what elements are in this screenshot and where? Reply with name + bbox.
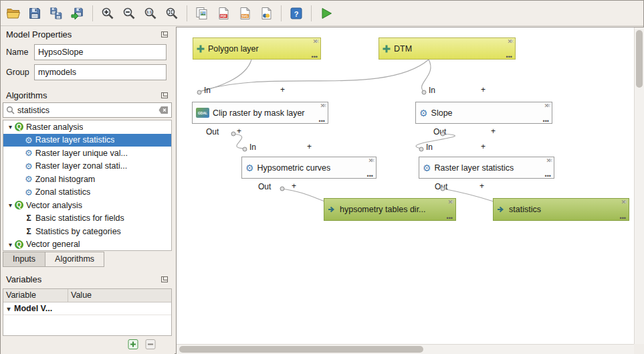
expand-port-icon[interactable]: + (237, 126, 241, 136)
node-slope[interactable]: ⚙Slope✕••• (415, 102, 552, 124)
expander-icon[interactable]: ▾ (3, 305, 14, 313)
horizontal-scrollbar-thumb[interactable] (179, 346, 423, 353)
tree-item[interactable]: ▾QVector general (3, 238, 171, 252)
expander-icon[interactable]: ▾ (6, 241, 15, 248)
tab-algorithms[interactable]: Algorithms (45, 252, 104, 267)
tree-item-label: Statistics by categories (35, 227, 121, 236)
tree-item[interactable]: ⚙Raster layer statistics (3, 134, 171, 147)
node-dtm[interactable]: DTM✕••• (379, 37, 516, 60)
toolbar-separator (281, 5, 282, 21)
expand-node-icon[interactable]: ••• (447, 215, 453, 222)
float-panel-icon[interactable] (161, 92, 168, 98)
socket-dot[interactable] (441, 132, 445, 137)
canvas-content: Polygon layer✕•••DTM✕•••GDALClip raster … (177, 27, 634, 344)
socket-dot[interactable] (419, 147, 424, 152)
vertical-scrollbar[interactable] (634, 27, 644, 344)
horizontal-scrollbar[interactable] (177, 344, 634, 354)
remove-node-icon[interactable]: ✕ (546, 157, 551, 164)
socket-dot[interactable] (280, 187, 285, 191)
vertical-scrollbar-thumb[interactable] (636, 30, 643, 88)
sigma-icon: Σ (25, 213, 33, 223)
zoom-full-button[interactable] (162, 3, 182, 23)
variables-col-value[interactable]: Value (68, 289, 94, 302)
model-name-input[interactable] (34, 44, 167, 60)
open-model-button[interactable] (3, 3, 23, 23)
expand-port-icon[interactable]: + (280, 85, 285, 94)
svg-text:PDF: PDF (221, 14, 227, 17)
variables-buttons (126, 339, 157, 350)
expand-port-icon[interactable]: + (292, 181, 296, 191)
zoom-out-button[interactable] (119, 3, 139, 23)
export-pdf-button[interactable]: PDF (213, 3, 233, 23)
save-model-in-project-button[interactable] (68, 3, 88, 23)
remove-node-icon[interactable]: ✕ (368, 157, 373, 164)
remove-node-icon[interactable]: ✕ (320, 102, 325, 109)
socket-dot[interactable] (422, 90, 427, 95)
remove-node-icon[interactable]: ✕ (621, 199, 626, 205)
zoom-out-icon (122, 6, 136, 21)
node-statistics-output[interactable]: statistics✕••• (493, 198, 629, 221)
expand-node-icon[interactable]: ••• (367, 173, 373, 179)
socket-dot[interactable] (243, 147, 247, 152)
node-hypsometric-curves[interactable]: ⚙Hypsometric curves✕••• (241, 157, 377, 179)
expand-node-icon[interactable]: ••• (319, 118, 325, 124)
tree-item[interactable]: ▾QRaster analysis (3, 120, 171, 134)
expand-port-icon[interactable]: + (479, 181, 484, 191)
clear-search-icon[interactable] (158, 106, 169, 114)
remove-node-icon[interactable]: ✕ (312, 38, 318, 45)
output-arrow-icon (497, 205, 506, 213)
tree-item[interactable]: ▾QVector analysis (3, 199, 171, 212)
expand-port-icon[interactable]: + (307, 142, 312, 151)
tree-item-label: Vector general (26, 240, 80, 249)
socket-dot[interactable] (231, 132, 236, 137)
tree-item[interactable]: ΣStatistics by categories (3, 225, 171, 238)
variables-col-variable[interactable]: Variable (3, 289, 68, 302)
save-model-button[interactable] (25, 3, 45, 23)
variables-group-row[interactable]: ▾ Model V... (3, 302, 171, 315)
tree-item[interactable]: ΣBasic statistics for fields (3, 212, 171, 226)
tree-item[interactable]: ⚙Zonal statistics (3, 186, 171, 199)
expand-node-icon[interactable]: ••• (506, 54, 512, 60)
socket-dot[interactable] (197, 90, 202, 95)
expand-node-icon[interactable]: ••• (620, 215, 626, 222)
tree-item[interactable]: ⚙Raster layer unique val... (3, 147, 171, 160)
add-variable-button[interactable] (126, 339, 140, 350)
zoom-actual-button[interactable]: 1:1 (140, 3, 160, 23)
remove-node-icon[interactable]: ✕ (544, 102, 549, 109)
run-model-button[interactable] (316, 3, 336, 23)
expander-icon[interactable]: ▾ (6, 123, 15, 130)
model-canvas[interactable]: Polygon layer✕•••DTM✕•••GDALClip raster … (176, 27, 644, 354)
algorithm-search-input[interactable] (17, 106, 156, 115)
node-hypsometry-tables-output[interactable]: hypsometry tables dir...✕••• (324, 198, 456, 221)
expand-port-icon[interactable]: + (481, 85, 486, 94)
expand-port-icon[interactable]: + (491, 126, 496, 136)
socket-dot[interactable] (441, 187, 445, 191)
edit-model-help-button[interactable]: ? (286, 3, 306, 23)
export-image-button[interactable] (192, 3, 212, 23)
remove-node-icon[interactable]: ✕ (507, 38, 512, 45)
expand-node-icon[interactable]: ••• (543, 118, 549, 124)
expand-node-icon[interactable]: ••• (312, 54, 318, 60)
float-panel-icon[interactable] (161, 31, 168, 37)
remove-node-icon[interactable]: ✕ (447, 199, 453, 205)
tree-item[interactable]: ⚙Zonal histogram (3, 173, 171, 186)
gdal-icon: GDAL (196, 108, 209, 118)
zoom-in-button[interactable] (98, 3, 118, 23)
expand-port-icon[interactable]: + (481, 142, 486, 151)
tab-inputs[interactable]: Inputs (3, 252, 45, 267)
node-polygon-layer[interactable]: Polygon layer✕••• (193, 37, 321, 60)
model-group-input[interactable] (34, 64, 167, 80)
node-clip-raster-by-mask-layer[interactable]: GDALClip raster by mask layer✕••• (192, 102, 328, 124)
node-raster-layer-statistics[interactable]: ⚙Raster layer statistics✕••• (419, 157, 554, 179)
export-script-button[interactable] (256, 3, 276, 23)
expander-icon[interactable]: ▾ (6, 201, 15, 209)
tree-item-label: Zonal histogram (35, 175, 96, 184)
tree-item[interactable]: ⚙Raster layer zonal stati... (3, 160, 171, 173)
save-model-as-button[interactable] (46, 3, 66, 23)
remove-variable-button[interactable] (144, 339, 157, 350)
export-script-icon (259, 6, 274, 21)
model-designer-window: 1:1PDFSVG? Model Properties Name Group A… (0, 0, 644, 354)
float-panel-icon[interactable] (161, 276, 168, 282)
expand-node-icon[interactable]: ••• (545, 173, 551, 179)
export-svg-button[interactable]: SVG (235, 3, 255, 23)
